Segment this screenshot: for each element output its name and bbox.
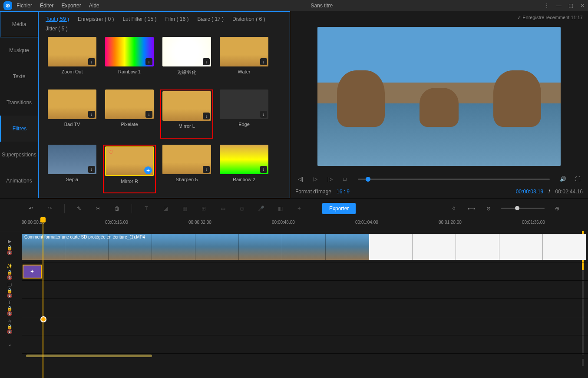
- menu-file[interactable]: Fichier: [17, 3, 32, 9]
- zoom-out-button[interactable]: ⊖: [484, 204, 493, 213]
- text-track-head[interactable]: T 🔒🔇: [0, 299, 19, 317]
- download-icon[interactable]: ↓: [145, 111, 152, 118]
- filter-item-sharpen-5[interactable]: ↓Sharpen 5: [160, 145, 213, 193]
- zoom-in-button[interactable]: ⊕: [552, 204, 562, 213]
- next-frame-button[interactable]: |▷: [325, 174, 335, 184]
- tab-transitions[interactable]: Transitions: [0, 90, 38, 116]
- text-track[interactable]: T 🔒🔇: [22, 299, 588, 317]
- filter-track[interactable]: ✨ 🔒🔇 ✦: [22, 262, 588, 281]
- timeline-horizontal-scrollbar[interactable]: [0, 355, 588, 359]
- lock-icon[interactable]: 🔒: [7, 270, 12, 275]
- filter-cat-film[interactable]: Film ( 16 ): [165, 16, 188, 22]
- filter-item-sepia[interactable]: ↓Sepia: [46, 145, 99, 193]
- filter-item-water[interactable]: ↓Water: [218, 37, 271, 83]
- filter-thumb[interactable]: ↓: [48, 37, 96, 66]
- zoom-slider[interactable]: [501, 208, 545, 209]
- heart-icon[interactable]: ♡: [108, 149, 114, 156]
- zoom-handle[interactable]: [515, 206, 519, 210]
- cut-tool[interactable]: ✂: [93, 204, 103, 213]
- filter-item-rainbow-2[interactable]: ↓Rainbow 2: [218, 145, 271, 193]
- filter-thumb[interactable]: ↓: [162, 37, 211, 66]
- aspect-ratio[interactable]: 16 : 9: [337, 189, 350, 195]
- speed-tool[interactable]: ◷: [237, 204, 247, 213]
- mute-icon[interactable]: 🔇: [7, 311, 12, 316]
- lock-icon[interactable]: 🔒: [7, 306, 12, 311]
- filter-clip[interactable]: ✦: [23, 265, 42, 279]
- filter-thumb[interactable]: ↓: [105, 37, 154, 66]
- cut-marker-icon[interactable]: [40, 316, 46, 322]
- filter-cat-basic[interactable]: Basic ( 17 ): [197, 16, 224, 22]
- menu-edit[interactable]: Éditer: [40, 3, 53, 9]
- preview-area[interactable]: [295, 22, 583, 170]
- filter-item-edge[interactable]: ↓Edge: [218, 90, 271, 138]
- undo-button[interactable]: ↶: [26, 204, 36, 213]
- filter-item-zoom-out[interactable]: ↓Zoom Out: [46, 37, 99, 83]
- extra-track-head[interactable]: ⌄: [0, 335, 19, 353]
- progress-bar[interactable]: [358, 179, 550, 180]
- grid-tool[interactable]: ⊞: [199, 204, 208, 213]
- app-icon[interactable]: ⦿: [3, 1, 12, 10]
- filter-thumb[interactable]: ↓: [162, 145, 211, 174]
- filter-cat-all[interactable]: Tout ( 59 ): [46, 16, 69, 22]
- filter-item-mirror-l[interactable]: ↓Mirror L: [160, 90, 213, 138]
- menu-help[interactable]: Aide: [89, 3, 99, 9]
- download-icon[interactable]: ↓: [203, 113, 210, 119]
- download-icon[interactable]: ↓: [260, 111, 267, 118]
- lock-icon[interactable]: 🔒: [7, 245, 12, 250]
- video-track-head[interactable]: ▶ 🔒🔇: [0, 231, 19, 262]
- marker-tool[interactable]: ◊: [449, 204, 459, 213]
- delete-tool[interactable]: 🗑: [112, 204, 122, 213]
- filter-item-rainbow-1[interactable]: ↓Rainbow 1: [103, 37, 156, 83]
- wand-tool[interactable]: ✦: [294, 204, 304, 213]
- filter-thumb[interactable]: ↓: [220, 90, 268, 119]
- filter-thumb[interactable]: ↓: [48, 90, 96, 119]
- filter-thumb[interactable]: ↓: [162, 91, 211, 121]
- filter-cat-saved[interactable]: Enregistrer ( 0 ): [78, 16, 114, 22]
- crop-tool[interactable]: ◪: [161, 204, 170, 213]
- more-icon[interactable]: ⋮: [544, 3, 549, 9]
- close-icon[interactable]: ✕: [580, 3, 585, 9]
- download-icon[interactable]: ↓: [203, 166, 210, 173]
- menu-export[interactable]: Exporter: [61, 3, 81, 9]
- edit-tool[interactable]: ✎: [74, 204, 84, 213]
- export-button[interactable]: Exporter: [322, 203, 356, 214]
- tab-media[interactable]: Média: [0, 11, 38, 37]
- color-tool[interactable]: ◧: [275, 204, 285, 213]
- filter-item-边缘羽化[interactable]: ↓边缘羽化: [160, 37, 213, 83]
- filter-thumb[interactable]: ↓: [105, 90, 154, 119]
- filter-thumb[interactable]: ↓: [220, 37, 268, 66]
- stop-button[interactable]: □: [340, 174, 350, 184]
- filter-item-pixelate[interactable]: ↓Pixelate: [103, 90, 156, 138]
- mosaic-tool[interactable]: ▦: [180, 204, 189, 213]
- download-icon[interactable]: ↓: [203, 58, 210, 65]
- overlay-track-head[interactable]: ▢ 🔒🔇: [0, 281, 19, 298]
- tab-filters[interactable]: Filtres: [0, 116, 38, 142]
- filter-thumb[interactable]: ↓: [220, 145, 268, 174]
- chevron-down-icon[interactable]: ⌄: [8, 342, 12, 347]
- progress-handle[interactable]: [366, 177, 370, 182]
- mute-icon[interactable]: 🔇: [7, 329, 12, 334]
- lock-icon[interactable]: 🔒: [7, 288, 12, 293]
- video-track[interactable]: ▶ 🔒🔇 Comment formater une carte SD proté…: [22, 231, 588, 262]
- download-icon[interactable]: ↓: [260, 58, 267, 65]
- video-clip[interactable]: Comment formater une carte SD protégée e…: [22, 234, 582, 260]
- frame-tool[interactable]: ▭: [218, 204, 228, 213]
- fullscreen-icon[interactable]: ⛶: [572, 174, 583, 184]
- time-ruler[interactable]: 00:00:00.0000:00:16.0000:00:32.0000:00:4…: [0, 218, 588, 231]
- filter-track-head[interactable]: ✨ 🔒🔇: [0, 262, 19, 280]
- lock-icon[interactable]: 🔒: [7, 324, 12, 329]
- add-icon[interactable]: +: [144, 166, 152, 174]
- playhead[interactable]: [43, 218, 43, 378]
- minimize-icon[interactable]: —: [556, 3, 562, 9]
- filter-cat-lut[interactable]: Lut Filter ( 15 ): [122, 16, 156, 22]
- filter-thumb[interactable]: +♡: [105, 146, 154, 176]
- filter-item-bad-tv[interactable]: ↓Bad TV: [46, 90, 99, 138]
- download-icon[interactable]: ↓: [88, 58, 95, 65]
- filter-cat-jitter[interactable]: Jitter ( 5 ): [46, 26, 68, 32]
- mic-tool[interactable]: 🎤: [256, 204, 266, 213]
- audio-track-head[interactable]: ♫ 🔒🔇: [0, 317, 19, 335]
- tab-music[interactable]: Musique: [0, 37, 38, 63]
- filter-item-mirror-r[interactable]: +♡Mirror R: [103, 145, 156, 193]
- tab-text[interactable]: Texte: [0, 63, 38, 90]
- mute-icon[interactable]: 🔇: [7, 293, 12, 298]
